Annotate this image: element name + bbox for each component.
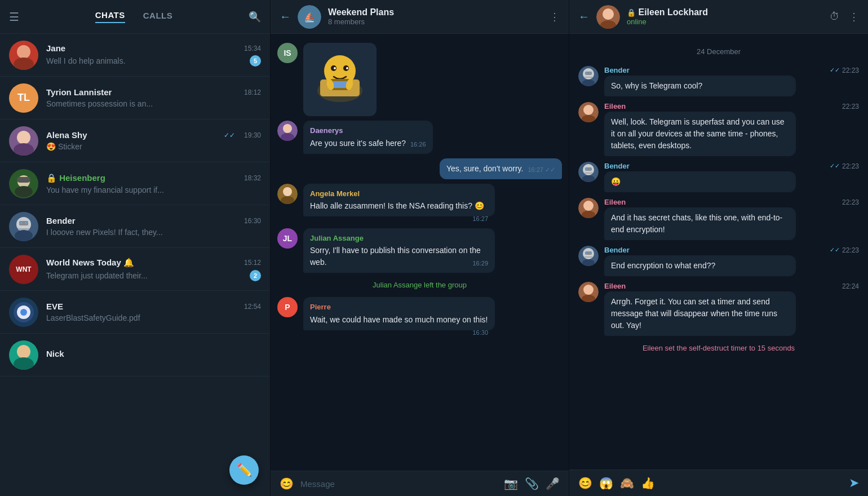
- thumbs-emoji[interactable]: 👍: [641, 476, 655, 490]
- sender-name: Angela Merkel: [310, 188, 488, 200]
- attach-icon[interactable]: 📎: [525, 477, 539, 490]
- back-button[interactable]: ←: [578, 10, 590, 23]
- private-header: ← 🔒 Eileen Lockhard online ⏱ ⋮: [569, 0, 868, 34]
- group-header: ← ⛵ Weekend Plans 8 members ⋮: [271, 0, 569, 34]
- camera-icon[interactable]: 📷: [504, 477, 518, 490]
- svg-point-10: [25, 222, 27, 224]
- avatar: TL: [9, 83, 38, 113]
- sender-avatar: [578, 66, 599, 86]
- sender-name: Eileen: [604, 282, 626, 290]
- message-bubble: Pierre Wait, we could have made so much …: [303, 297, 495, 330]
- list-item[interactable]: Jane 15:34 Well I do help animals. 5: [0, 34, 270, 77]
- svg-point-54: [590, 169, 591, 170]
- message-row: Bender ✓✓22:23 End encryption to what en…: [578, 246, 859, 276]
- svg-point-15: [20, 309, 27, 316]
- sender-avatar: [578, 102, 599, 122]
- svg-point-9: [20, 222, 23, 224]
- message-time: 16:26: [410, 140, 426, 149]
- compose-button[interactable]: ✏️: [229, 455, 259, 485]
- avatar: [9, 41, 38, 70]
- send-button[interactable]: ➤: [849, 476, 859, 490]
- list-item[interactable]: TL Tyrion Lannister 18:12 Sometimes poss…: [0, 77, 270, 119]
- chat-list-panel: ☰ CHATS CALLS 🔍 Jane 15:34 Well I do he: [0, 0, 271, 496]
- list-item[interactable]: EVE 12:54 LaserBlastSafetyGuide.pdf: [0, 291, 270, 334]
- lock-icon: 🔒: [627, 8, 636, 17]
- svg-point-43: [586, 73, 588, 74]
- message-bubble: So, why is Telegram cool?: [604, 76, 796, 96]
- svg-rect-11: [18, 228, 29, 230]
- sender-name: Eileen: [604, 198, 626, 206]
- chat-info: World News Today 🔔 15:12 Telegram just u…: [46, 258, 261, 281]
- list-item[interactable]: Nick: [0, 334, 270, 377]
- avatar: [9, 212, 38, 241]
- contact-avatar: [596, 5, 620, 29]
- more-icon[interactable]: ⋮: [849, 11, 859, 23]
- timer-icon[interactable]: ⏱: [830, 11, 840, 23]
- unread-badge: 2: [250, 270, 261, 281]
- message-row: Eileen 22:24 Arrgh. Forget it. You can s…: [578, 282, 859, 336]
- chat-info: Tyrion Lannister 18:12 Sometimes possess…: [46, 87, 261, 108]
- sender-avatar: [578, 282, 599, 302]
- header-info: Weekend Plans 8 members: [328, 7, 543, 26]
- back-button[interactable]: ←: [280, 10, 291, 23]
- emoji-icon[interactable]: 😊: [280, 477, 294, 490]
- message-bubble: Angela Merkel Hallo alle zusammen! Is th…: [303, 184, 495, 217]
- chat-preview: You have my financial support if...: [46, 185, 164, 194]
- message-time: 16:29: [472, 259, 488, 268]
- list-item[interactable]: Bender 16:30 I looove new Pixels! If fac…: [0, 205, 270, 248]
- svg-point-44: [590, 73, 591, 74]
- read-icon: ✓✓: [830, 67, 840, 74]
- avatar: [9, 126, 38, 156]
- chat-time: 19:30: [244, 131, 261, 139]
- message-text: Sorry, I'll have to publish this convers…: [310, 246, 481, 267]
- svg-point-25: [334, 67, 336, 69]
- message-text: Well, look. Telegram is superfast and yo…: [611, 117, 785, 150]
- sticker-message: IS: [277, 43, 562, 116]
- message-row: Yes, sure, don't worry. 16:27 ✓✓: [277, 158, 562, 179]
- chat-time: 12:54: [244, 303, 261, 311]
- menu-icon[interactable]: ☰: [9, 10, 19, 24]
- message-bubble: Julian Assange Sorry, I'll have to publi…: [303, 228, 495, 273]
- list-item[interactable]: WNT World News Today 🔔 15:12 Telegram ju…: [0, 248, 270, 291]
- svg-point-3: [14, 143, 34, 156]
- sender-avatar: [277, 121, 298, 141]
- sender-name: Bender: [604, 246, 630, 254]
- list-item[interactable]: 🔒 Heisenberg 18:32 You have my financial…: [0, 162, 270, 205]
- svg-point-68: [583, 285, 594, 295]
- sender-avatar: [578, 198, 599, 218]
- more-icon[interactable]: ⋮: [550, 11, 560, 23]
- tab-calls[interactable]: CALLS: [143, 11, 173, 23]
- message-row: Bender ✓✓22:23 😛: [578, 162, 859, 192]
- sender-name: Bender: [604, 162, 630, 170]
- search-icon[interactable]: 🔍: [249, 11, 261, 23]
- avatar: [9, 340, 38, 370]
- message-row: Eileen 22:23 And it has secret chats, li…: [578, 198, 859, 240]
- list-item[interactable]: Alena Shy ✓✓ 19:30 😍 Sticker: [0, 119, 270, 162]
- message-text: 😛: [611, 177, 621, 186]
- scared-emoji[interactable]: 😱: [599, 476, 613, 490]
- group-avatar: ⛵: [298, 5, 321, 29]
- sender-name: Julian Assange: [310, 233, 488, 244]
- contact-name: 🔒 Eileen Lockhard: [627, 7, 823, 17]
- chat-preview: Sometimes possession is an...: [46, 99, 153, 108]
- emoji-icon[interactable]: 😊: [578, 476, 592, 490]
- read-icon: ✓✓: [830, 162, 840, 170]
- chat-list: Jane 15:34 Well I do help animals. 5 TL …: [0, 34, 270, 496]
- double-check-icon: ✓✓: [224, 131, 235, 139]
- sender-avatar: IS: [277, 43, 298, 63]
- chat-info: 🔒 Heisenberg 18:32 You have my financial…: [46, 173, 261, 194]
- message-text: Yes, sure, don't worry.: [446, 164, 524, 173]
- date-divider: 24 December: [578, 47, 859, 56]
- svg-rect-65: [584, 256, 592, 258]
- tab-chats[interactable]: CHATS: [95, 10, 125, 23]
- message-text: So, why is Telegram cool?: [611, 81, 702, 90]
- chat-time: 16:30: [244, 217, 261, 225]
- message-time: 16:27: [472, 214, 488, 224]
- chat-preview: 😍 Sticker: [46, 142, 82, 151]
- svg-rect-45: [584, 77, 592, 78]
- monkey-emoji[interactable]: 🙈: [620, 476, 634, 490]
- mic-icon[interactable]: 🎤: [546, 477, 560, 490]
- message-time: 22:23: [842, 198, 859, 206]
- message-input[interactable]: [300, 479, 497, 489]
- message-time: 22:23: [842, 103, 859, 110]
